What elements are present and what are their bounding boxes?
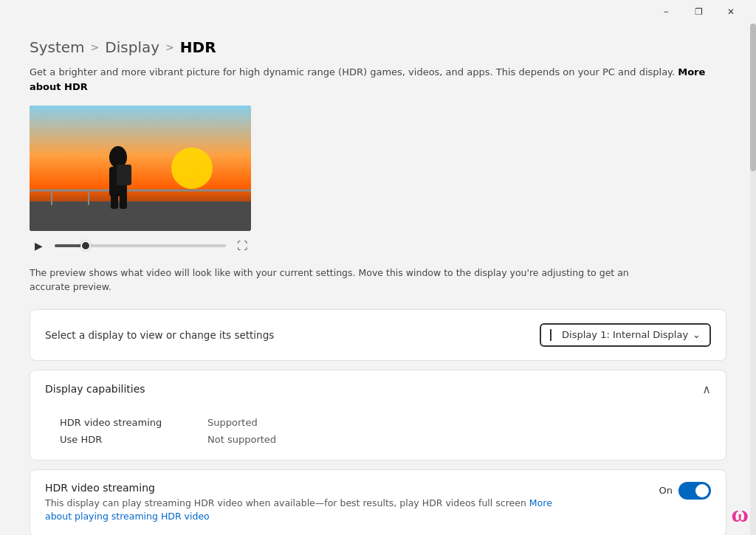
toggle-label: On	[659, 485, 673, 496]
select-display-row: Select a display to view or change its s…	[30, 310, 726, 360]
cap-label-hdr-streaming: HDR video streaming	[60, 417, 193, 428]
hdr-streaming-card: HDR video streaming This display can pla…	[30, 469, 726, 536]
scrollbar[interactable]	[750, 24, 756, 535]
streaming-desc-text: This display can play streaming HDR vide…	[45, 497, 526, 508]
table-row: HDR video streaming Supported	[60, 414, 711, 431]
toggle-thumb	[695, 484, 709, 497]
cap-label-use-hdr: Use HDR	[60, 434, 193, 445]
description-text: Get a brighter and more vibrant picture …	[30, 66, 675, 77]
svg-rect-10	[111, 194, 118, 209]
main-content: System > Display > HDR Get a brighter an…	[0, 24, 756, 535]
svg-rect-11	[120, 194, 127, 209]
display-capabilities-header[interactable]: Display capabilities ∧	[30, 370, 726, 408]
breadcrumb-current: HDR	[180, 38, 216, 56]
select-display-card: Select a display to view or change its s…	[30, 309, 726, 361]
restore-button[interactable]: ❐	[682, 0, 715, 24]
breadcrumb-system[interactable]: System	[30, 38, 85, 56]
display-select-dropdown[interactable]: Display 1: Internal Display ⌄	[540, 323, 711, 347]
hdr-toggle-area: On	[659, 482, 711, 500]
svg-rect-2	[30, 201, 251, 231]
table-row: Use HDR Not supported	[60, 431, 711, 448]
cap-value-use-hdr: Not supported	[207, 434, 276, 445]
scrollbar-thumb	[750, 24, 756, 171]
display-capabilities-card: Display capabilities ∧ HDR video streami…	[30, 370, 726, 460]
display-capabilities-title: Display capabilities	[45, 383, 145, 395]
cap-value-hdr-streaming: Supported	[207, 417, 258, 428]
svg-point-1	[171, 148, 213, 189]
video-preview	[30, 106, 251, 231]
title-bar: − ❐ ✕	[0, 0, 756, 24]
chevron-down-icon: ⌄	[693, 329, 701, 340]
fullscreen-button[interactable]: ⛶	[233, 237, 251, 255]
video-controls: ▶ ⛶	[30, 237, 251, 255]
svg-rect-9	[117, 165, 131, 185]
play-button[interactable]: ▶	[30, 237, 47, 255]
breadcrumb-sep1: >	[91, 41, 100, 53]
progress-bar[interactable]	[55, 244, 226, 247]
capabilities-table: HDR video streaming Supported Use HDR No…	[30, 408, 726, 460]
preview-note: The preview shows what video will look l…	[30, 266, 657, 294]
minimize-button[interactable]: −	[650, 0, 682, 24]
breadcrumb-sep2: >	[165, 41, 174, 53]
select-display-label: Select a display to view or change its s…	[45, 329, 274, 341]
close-button[interactable]: ✕	[715, 0, 747, 24]
page-description: Get a brighter and more vibrant picture …	[30, 65, 726, 94]
video-image	[30, 106, 251, 231]
breadcrumb: System > Display > HDR	[30, 38, 726, 56]
breadcrumb-display[interactable]: Display	[105, 38, 159, 56]
streaming-title: HDR video streaming	[45, 482, 577, 494]
display-select-separator	[550, 329, 551, 341]
display-select-value: Display 1: Internal Display	[562, 329, 688, 340]
chevron-up-icon: ∧	[702, 382, 711, 396]
streaming-info: HDR video streaming This display can pla…	[45, 482, 577, 525]
streaming-desc: This display can play streaming HDR vide…	[45, 497, 577, 525]
video-scene-svg	[30, 106, 251, 231]
display-select-text: Display 1: Internal Display	[550, 329, 688, 341]
progress-thumb	[80, 241, 91, 251]
hdr-toggle[interactable]	[678, 482, 711, 500]
